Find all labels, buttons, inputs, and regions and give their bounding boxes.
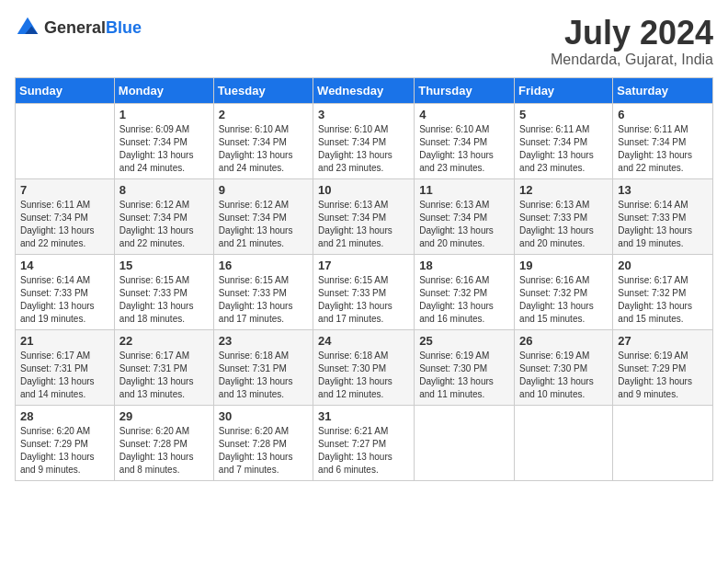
day-number: 31 — [318, 409, 409, 423]
day-number: 11 — [419, 183, 509, 197]
day-info: Sunrise: 6:09 AMSunset: 7:34 PMDaylight:… — [119, 123, 209, 175]
calendar-cell: 5Sunrise: 6:11 AMSunset: 7:34 PMDaylight… — [515, 103, 613, 178]
day-number: 19 — [519, 259, 608, 272]
logo-icon — [15, 15, 40, 40]
day-number: 28 — [20, 409, 109, 423]
day-number: 2 — [219, 108, 308, 121]
day-info: Sunrise: 6:16 AMSunset: 7:32 PMDaylight:… — [419, 274, 509, 326]
day-info: Sunrise: 6:16 AMSunset: 7:32 PMDaylight:… — [519, 274, 608, 326]
calendar-cell — [613, 405, 713, 480]
calendar-cell: 10Sunrise: 6:13 AMSunset: 7:34 PMDayligh… — [313, 178, 415, 254]
calendar-cell: 7Sunrise: 6:11 AMSunset: 7:34 PMDaylight… — [16, 178, 115, 254]
day-number: 6 — [618, 108, 708, 121]
week-row-1: 1Sunrise: 6:09 AMSunset: 7:34 PMDaylight… — [16, 103, 713, 178]
calendar-cell: 6Sunrise: 6:11 AMSunset: 7:34 PMDaylight… — [613, 103, 713, 178]
day-info: Sunrise: 6:13 AMSunset: 7:34 PMDaylight:… — [318, 199, 409, 250]
day-info: Sunrise: 6:18 AMSunset: 7:31 PMDaylight:… — [219, 350, 308, 401]
week-row-4: 21Sunrise: 6:17 AMSunset: 7:31 PMDayligh… — [16, 329, 713, 405]
calendar-cell: 13Sunrise: 6:14 AMSunset: 7:33 PMDayligh… — [613, 178, 713, 254]
calendar-table: SundayMondayTuesdayWednesdayThursdayFrid… — [15, 77, 713, 481]
day-header-thursday: Thursday — [415, 77, 515, 103]
calendar-cell: 4Sunrise: 6:10 AMSunset: 7:34 PMDaylight… — [415, 103, 515, 178]
day-header-wednesday: Wednesday — [313, 77, 415, 103]
day-number: 14 — [20, 259, 109, 272]
calendar-cell: 20Sunrise: 6:17 AMSunset: 7:32 PMDayligh… — [613, 254, 713, 329]
day-info: Sunrise: 6:19 AMSunset: 7:30 PMDaylight:… — [419, 350, 509, 401]
day-info: Sunrise: 6:20 AMSunset: 7:29 PMDaylight:… — [20, 425, 109, 477]
day-info: Sunrise: 6:10 AMSunset: 7:34 PMDaylight:… — [419, 123, 509, 175]
day-info: Sunrise: 6:12 AMSunset: 7:34 PMDaylight:… — [219, 199, 308, 250]
page-header: GeneralBlue July 2024 Mendarda, Gujarat,… — [15, 15, 713, 68]
calendar-cell: 23Sunrise: 6:18 AMSunset: 7:31 PMDayligh… — [213, 329, 313, 405]
day-header-monday: Monday — [114, 77, 213, 103]
day-number: 5 — [519, 108, 608, 121]
calendar-cell: 25Sunrise: 6:19 AMSunset: 7:30 PMDayligh… — [415, 329, 515, 405]
calendar-cell: 14Sunrise: 6:14 AMSunset: 7:33 PMDayligh… — [16, 254, 115, 329]
calendar-cell: 27Sunrise: 6:19 AMSunset: 7:29 PMDayligh… — [613, 329, 713, 405]
day-number: 1 — [119, 108, 209, 121]
day-info: Sunrise: 6:14 AMSunset: 7:33 PMDaylight:… — [20, 274, 109, 326]
logo-general: General — [44, 18, 106, 37]
logo: GeneralBlue — [15, 15, 142, 40]
day-info: Sunrise: 6:14 AMSunset: 7:33 PMDaylight:… — [618, 199, 708, 250]
day-number: 3 — [318, 108, 409, 121]
day-info: Sunrise: 6:11 AMSunset: 7:34 PMDaylight:… — [20, 199, 109, 250]
day-info: Sunrise: 6:19 AMSunset: 7:30 PMDaylight:… — [519, 350, 608, 401]
day-number: 16 — [219, 259, 308, 272]
title-block: July 2024 Mendarda, Gujarat, India — [551, 15, 713, 68]
calendar-cell: 18Sunrise: 6:16 AMSunset: 7:32 PMDayligh… — [415, 254, 515, 329]
day-number: 30 — [219, 409, 308, 423]
calendar-cell: 8Sunrise: 6:12 AMSunset: 7:34 PMDaylight… — [114, 178, 213, 254]
day-info: Sunrise: 6:18 AMSunset: 7:30 PMDaylight:… — [318, 350, 409, 401]
day-number: 26 — [519, 334, 608, 348]
day-info: Sunrise: 6:19 AMSunset: 7:29 PMDaylight:… — [618, 350, 708, 401]
day-info: Sunrise: 6:17 AMSunset: 7:31 PMDaylight:… — [119, 350, 209, 401]
day-number: 13 — [618, 183, 708, 197]
calendar-cell: 1Sunrise: 6:09 AMSunset: 7:34 PMDaylight… — [114, 103, 213, 178]
calendar-cell: 30Sunrise: 6:20 AMSunset: 7:28 PMDayligh… — [213, 405, 313, 480]
day-info: Sunrise: 6:10 AMSunset: 7:34 PMDaylight:… — [318, 123, 409, 175]
calendar-cell: 21Sunrise: 6:17 AMSunset: 7:31 PMDayligh… — [16, 329, 115, 405]
location-title: Mendarda, Gujarat, India — [551, 52, 713, 68]
day-number: 17 — [318, 259, 409, 272]
day-header-sunday: Sunday — [16, 77, 115, 103]
calendar-cell: 17Sunrise: 6:15 AMSunset: 7:33 PMDayligh… — [313, 254, 415, 329]
day-number: 21 — [20, 334, 109, 348]
day-number: 10 — [318, 183, 409, 197]
week-row-5: 28Sunrise: 6:20 AMSunset: 7:29 PMDayligh… — [16, 405, 713, 480]
day-number: 23 — [219, 334, 308, 348]
calendar-cell — [515, 405, 613, 480]
day-info: Sunrise: 6:13 AMSunset: 7:34 PMDaylight:… — [419, 199, 509, 250]
day-number: 15 — [119, 259, 209, 272]
day-info: Sunrise: 6:17 AMSunset: 7:32 PMDaylight:… — [618, 274, 708, 326]
calendar-cell — [415, 405, 515, 480]
day-number: 4 — [419, 108, 509, 121]
day-number: 7 — [20, 183, 109, 197]
calendar-cell: 29Sunrise: 6:20 AMSunset: 7:28 PMDayligh… — [114, 405, 213, 480]
logo-blue: Blue — [106, 18, 142, 37]
day-info: Sunrise: 6:13 AMSunset: 7:33 PMDaylight:… — [519, 199, 608, 250]
calendar-cell: 31Sunrise: 6:21 AMSunset: 7:27 PMDayligh… — [313, 405, 415, 480]
calendar-cell: 19Sunrise: 6:16 AMSunset: 7:32 PMDayligh… — [515, 254, 613, 329]
day-number: 25 — [419, 334, 509, 348]
day-number: 27 — [618, 334, 708, 348]
day-number: 22 — [119, 334, 209, 348]
day-number: 18 — [419, 259, 509, 272]
day-info: Sunrise: 6:15 AMSunset: 7:33 PMDaylight:… — [219, 274, 308, 326]
calendar-cell: 3Sunrise: 6:10 AMSunset: 7:34 PMDaylight… — [313, 103, 415, 178]
day-header-friday: Friday — [515, 77, 613, 103]
day-number: 24 — [318, 334, 409, 348]
day-number: 20 — [618, 259, 708, 272]
day-number: 8 — [119, 183, 209, 197]
calendar-cell: 15Sunrise: 6:15 AMSunset: 7:33 PMDayligh… — [114, 254, 213, 329]
week-row-3: 14Sunrise: 6:14 AMSunset: 7:33 PMDayligh… — [16, 254, 713, 329]
day-info: Sunrise: 6:17 AMSunset: 7:31 PMDaylight:… — [20, 350, 109, 401]
day-info: Sunrise: 6:15 AMSunset: 7:33 PMDaylight:… — [119, 274, 209, 326]
calendar-cell: 9Sunrise: 6:12 AMSunset: 7:34 PMDaylight… — [213, 178, 313, 254]
calendar-cell — [16, 103, 115, 178]
calendar-cell: 22Sunrise: 6:17 AMSunset: 7:31 PMDayligh… — [114, 329, 213, 405]
week-row-2: 7Sunrise: 6:11 AMSunset: 7:34 PMDaylight… — [16, 178, 713, 254]
day-info: Sunrise: 6:11 AMSunset: 7:34 PMDaylight:… — [618, 123, 708, 175]
month-title: July 2024 — [551, 15, 713, 52]
day-info: Sunrise: 6:15 AMSunset: 7:33 PMDaylight:… — [318, 274, 409, 326]
